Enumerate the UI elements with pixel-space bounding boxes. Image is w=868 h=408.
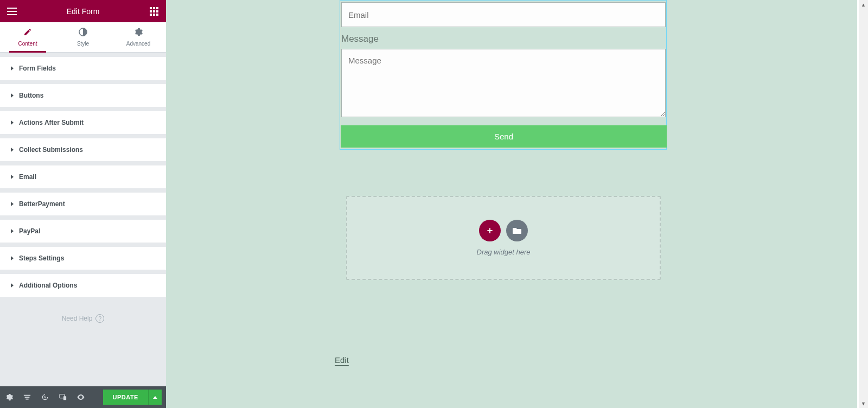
section-label: Actions After Submit	[19, 119, 84, 126]
svg-rect-4	[153, 7, 155, 9]
question-icon: ?	[95, 314, 104, 323]
drop-zone-text: Drag widget here	[477, 248, 531, 256]
section-paypal[interactable]: PayPal	[0, 220, 166, 243]
caret-right-icon	[11, 256, 14, 260]
section-label: Email	[19, 173, 36, 181]
tab-advanced[interactable]: Advanced	[111, 22, 166, 52]
section-list: Form Fields Buttons Actions After Submit…	[0, 53, 166, 386]
caret-right-icon	[11, 66, 14, 71]
drop-zone-buttons: +	[479, 220, 528, 241]
section-steps-settings[interactable]: Steps Settings	[0, 247, 166, 270]
svg-rect-2	[7, 14, 17, 15]
section-actions-after-submit[interactable]: Actions After Submit	[0, 111, 166, 134]
svg-rect-3	[150, 7, 152, 9]
svg-rect-6	[150, 10, 152, 12]
svg-rect-0	[7, 8, 17, 9]
apps-grid-icon[interactable]	[149, 6, 159, 17]
section-betterpayment[interactable]: BetterPayment	[0, 193, 166, 215]
caret-right-icon	[11, 283, 14, 288]
update-options-button[interactable]	[148, 390, 162, 405]
template-library-button[interactable]	[506, 220, 528, 241]
tab-label: Advanced	[126, 41, 150, 47]
svg-rect-7	[153, 10, 155, 12]
help-label: Need Help	[62, 315, 93, 322]
scroll-track[interactable]	[859, 9, 868, 399]
svg-rect-5	[156, 7, 158, 9]
tab-label: Content	[18, 41, 37, 47]
folder-icon	[512, 227, 522, 234]
svg-rect-11	[156, 14, 158, 16]
update-button[interactable]: UPDATE	[103, 390, 148, 405]
caret-right-icon	[11, 93, 14, 98]
responsive-icon[interactable]	[58, 393, 67, 401]
widget-drop-zone[interactable]: + Drag widget here	[346, 196, 661, 280]
section-additional-options[interactable]: Additional Options	[0, 274, 166, 297]
caret-right-icon	[11, 148, 14, 152]
tab-label: Style	[77, 41, 89, 47]
pencil-icon	[23, 28, 32, 39]
email-input[interactable]	[341, 2, 666, 27]
editor-sidebar: Edit Form Content Style Advanced Form Fi…	[0, 0, 166, 408]
message-label: Message	[340, 28, 666, 49]
scroll-up-button[interactable]: ▲	[859, 0, 868, 9]
panel-title: Edit Form	[17, 7, 149, 16]
form-widget[interactable]: Message Send	[340, 0, 667, 150]
send-button[interactable]: Send	[341, 125, 667, 148]
scroll-down-button[interactable]: ▼	[859, 399, 868, 408]
section-label: PayPal	[19, 227, 40, 235]
svg-rect-1	[7, 11, 17, 12]
settings-icon[interactable]	[4, 393, 14, 401]
add-widget-button[interactable]: +	[479, 220, 501, 241]
svg-rect-9	[150, 14, 152, 16]
svg-rect-10	[153, 14, 155, 16]
section-label: BetterPayment	[19, 200, 65, 208]
svg-rect-14	[63, 396, 66, 400]
need-help-link[interactable]: Need Help ?	[0, 301, 166, 340]
menu-icon[interactable]	[7, 6, 17, 17]
caret-right-icon	[11, 202, 14, 206]
section-label: Buttons	[19, 92, 43, 99]
section-label: Collect Submissions	[19, 146, 83, 154]
sidebar-header: Edit Form	[0, 0, 166, 22]
section-collect-submissions[interactable]: Collect Submissions	[0, 138, 166, 161]
svg-rect-8	[156, 10, 158, 12]
navigator-icon[interactable]	[22, 393, 31, 401]
sidebar-footer: UPDATE	[0, 386, 166, 408]
section-buttons[interactable]: Buttons	[0, 84, 166, 107]
tab-content[interactable]: Content	[0, 22, 55, 52]
message-textarea[interactable]	[341, 49, 666, 117]
section-email[interactable]: Email	[0, 165, 166, 188]
history-icon[interactable]	[40, 393, 49, 401]
gear-icon	[134, 28, 143, 39]
contrast-icon	[79, 28, 87, 39]
caret-right-icon	[11, 120, 14, 125]
edit-link[interactable]: Edit	[335, 355, 349, 365]
caret-right-icon	[11, 229, 14, 233]
update-button-group: UPDATE	[103, 390, 162, 405]
vertical-scrollbar[interactable]: ▲ ▼	[859, 0, 868, 408]
caret-up-icon	[153, 396, 157, 399]
section-form-fields[interactable]: Form Fields	[0, 57, 166, 80]
caret-right-icon	[11, 175, 14, 179]
tab-style[interactable]: Style	[55, 22, 111, 52]
preview-icon[interactable]	[76, 393, 85, 401]
preview-canvas: Message Send + Drag widget here Edit	[166, 0, 857, 408]
section-label: Steps Settings	[19, 254, 64, 262]
section-label: Form Fields	[19, 65, 56, 72]
editor-tabs: Content Style Advanced	[0, 22, 166, 53]
section-label: Additional Options	[19, 282, 77, 289]
plus-icon: +	[487, 225, 493, 237]
